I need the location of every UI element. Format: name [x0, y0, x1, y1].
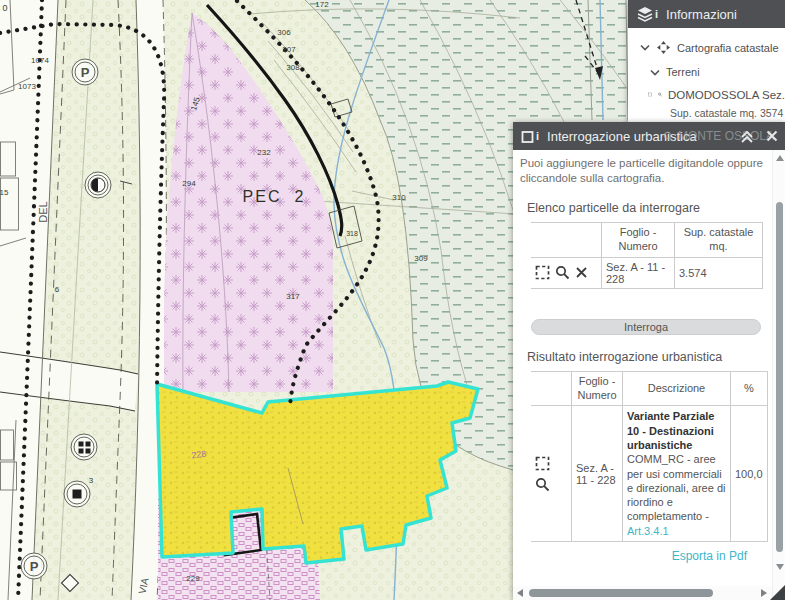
tree-item-label: Terreni [666, 66, 700, 78]
parking-letter: P [30, 559, 39, 574]
query-panel-body: Puoi aggiungere le particelle digitandol… [513, 150, 785, 600]
query-panel-header[interactable]: i Interrogazione urbanistica MONTE OSSOL… [513, 122, 785, 150]
filled-square-symbol [64, 481, 91, 508]
particles-table: Foglio - Numero Sup. catastale mq. [531, 222, 763, 289]
zoom-to-parcel-icon[interactable] [535, 477, 550, 492]
actions-column-header [531, 371, 572, 406]
grid-symbol [71, 434, 98, 461]
parcel-surface: Sup. catastale mq. 3574 [670, 107, 785, 119]
foglio-column-header: Foglio - Numero [572, 371, 623, 406]
particle-row: Sez. A - 11 - 228 3.574 [531, 257, 763, 288]
layers-icon [636, 6, 654, 22]
actions-column-header [531, 223, 602, 258]
collapse-panel-icon[interactable] [739, 128, 755, 144]
query-panel: i Interrogazione urbanistica MONTE OSSOL… [513, 122, 785, 600]
variant-title: Variante Parziale 10 - Destinazioni urba… [627, 409, 726, 452]
zoom-to-icon[interactable] [658, 87, 662, 102]
urban-info-icon [521, 129, 535, 144]
select-parcel-icon[interactable] [535, 456, 550, 471]
tree-item-cartografia[interactable]: Cartografia catastale [640, 40, 785, 55]
vertical-scrollbar[interactable] [772, 150, 785, 600]
select-parcel-icon[interactable] [535, 265, 550, 280]
tree-item-label: Cartografia catastale [677, 42, 779, 54]
interroga-button[interactable]: Interroga [531, 319, 761, 335]
gis-app: 1074 1073 172 306 307 308 232 294 145 PE… [0, 0, 785, 600]
result-foglio: Sez. A - 11 - 228 [572, 406, 623, 542]
close-panel-icon[interactable] [765, 129, 779, 143]
scroll-left-icon[interactable] [517, 589, 523, 597]
particle-foglio: Sez. A - 11 - 228 [602, 257, 675, 288]
parking-letter: P [81, 65, 90, 80]
chevron-down-icon[interactable] [640, 44, 650, 51]
sup-column-header: Sup. catastale mq. [675, 223, 763, 258]
tree-item-terreni[interactable]: Terreni [650, 66, 785, 78]
particle-sup: 3.574 [675, 257, 763, 288]
info-panel-title: Informazioni [666, 7, 737, 22]
zoom-to-parcel-icon[interactable] [555, 265, 570, 280]
percent-column-header: % [731, 371, 768, 406]
parcel-name: DOMODOSSOLA Sez. [668, 89, 785, 101]
horizontal-scroll-thumb[interactable] [529, 589, 713, 597]
diamond-symbol [64, 577, 77, 590]
result-percent: 100,0 [731, 406, 768, 542]
result-table: Foglio - Numero Descrizione % [531, 371, 768, 542]
scroll-down-icon[interactable] [776, 564, 784, 570]
result-description: Variante Parziale 10 - Destinazioni urba… [623, 406, 731, 542]
scroll-up-icon[interactable] [776, 155, 784, 161]
cartography-layer-icon [656, 40, 671, 55]
foglio-column-header: Foglio - Numero [602, 223, 675, 258]
remove-parcel-icon[interactable] [575, 266, 588, 279]
article-link[interactable]: Art.3.4.1 [627, 525, 669, 537]
result-row: Sez. A - 11 - 228 Variante Parziale 10 -… [531, 406, 767, 542]
info-panel-header[interactable]: i Informazioni [628, 0, 785, 28]
parking-symbol: P [72, 59, 99, 86]
vertical-scroll-thumb[interactable] [776, 202, 783, 552]
info-letter: i [655, 8, 658, 20]
particles-heading: Elenco particelle da interrogare [527, 201, 785, 215]
chevron-down-icon[interactable] [650, 69, 660, 76]
descrizione-column-header: Descrizione [623, 371, 731, 406]
horizontal-scrollbar[interactable] [513, 586, 772, 600]
result-heading: Risultato interrogazione urbanistica [527, 350, 785, 364]
resize-handle[interactable] [770, 585, 785, 600]
zone-description: COMM_RC - aree per usi commerciali e dir… [627, 453, 725, 522]
scroll-right-icon[interactable] [761, 589, 767, 597]
instructions-text: Puoi aggiungere le particelle digitandol… [520, 156, 769, 186]
select-parcel-icon[interactable] [648, 87, 652, 102]
parking-symbol: P [21, 553, 48, 580]
info-letter: i [536, 130, 539, 142]
parcel-surface-label: Sup. catastale mq. 3574 [670, 107, 783, 119]
half-circle-symbol [85, 172, 112, 199]
tree-item-parcel[interactable]: DOMODOSSOLA Sez. [648, 87, 785, 102]
export-pdf-link[interactable]: Esporta in Pdf [672, 549, 747, 563]
query-panel-title: Interrogazione urbanistica [547, 129, 697, 144]
